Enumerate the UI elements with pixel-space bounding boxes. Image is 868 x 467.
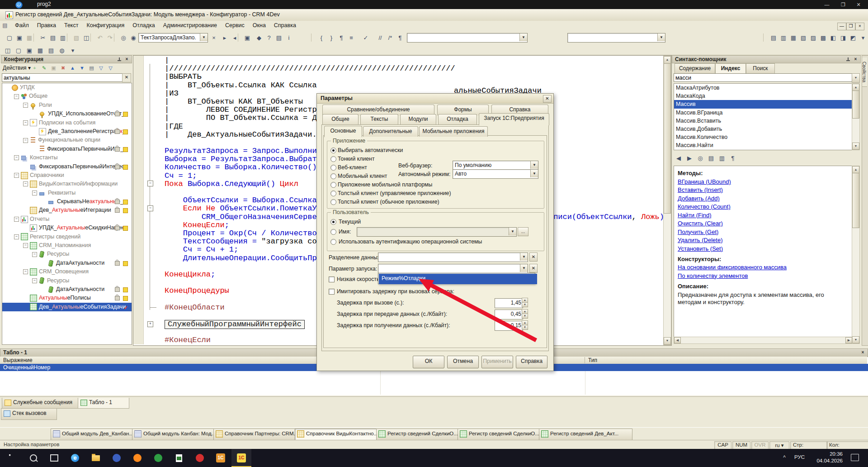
- tab-tablo[interactable]: Табло - 1: [78, 398, 129, 409]
- panel-2-icon[interactable]: ▥: [778, 33, 788, 43]
- print-icon[interactable]: ▥: [717, 154, 727, 162]
- onec-orange-icon[interactable]: 1С: [211, 449, 231, 467]
- actions-button[interactable]: Действия ▾: [3, 65, 31, 71]
- app-document-icon[interactable]: [169, 449, 189, 467]
- window-split-icon[interactable]: ◫: [3, 46, 13, 55]
- host-minimize-button[interactable]: —: [820, 1, 834, 8]
- properties-tab[interactable]: Свойства: [862, 57, 867, 87]
- checkbox-low-speed[interactable]: [329, 276, 335, 282]
- tree-item[interactable]: Дев_ЗаполнениеРегистраАк_: [2, 127, 132, 136]
- index-list-item[interactable]: МаскаКода: [674, 92, 852, 100]
- tree-item[interactable]: −Константы: [2, 153, 132, 162]
- contents-icon[interactable]: ▤: [706, 154, 716, 162]
- forward-icon[interactable]: ▶: [684, 154, 694, 162]
- panel-4-icon[interactable]: ▧: [798, 33, 808, 43]
- clock[interactable]: 20:36 04.04.2026: [816, 451, 843, 464]
- chevron-down-icon[interactable]: ▼: [520, 264, 528, 272]
- call-stack-tab[interactable]: Стек вызовов: [1, 408, 57, 420]
- tree-expander-icon[interactable]: −: [32, 191, 37, 195]
- menu-item-2[interactable]: Текст: [60, 21, 82, 31]
- tree-item[interactable]: УПДК: [2, 83, 132, 92]
- tree-item[interactable]: Дев_АктуальныеИтеграции: [2, 206, 132, 214]
- window-button-4[interactable]: Регистр сведений СделкиО...: [376, 429, 470, 441]
- radio-app-option-0[interactable]: [330, 148, 336, 153]
- new-document-icon[interactable]: ▢: [5, 33, 14, 43]
- syntax-tab-1[interactable]: Индекс: [715, 63, 746, 74]
- language-indicator[interactable]: ru ▾: [769, 441, 789, 449]
- check-module-icon[interactable]: ✓: [361, 33, 371, 43]
- paste-icon[interactable]: ▥: [58, 33, 68, 43]
- pin-icon[interactable]: [845, 57, 850, 62]
- method-link[interactable]: Количество (Count): [678, 203, 852, 210]
- file-explorer-icon[interactable]: [86, 449, 106, 467]
- search-dropdown-icon[interactable]: ▼: [852, 73, 860, 83]
- tab-launch-1c[interactable]: Запуск 1С:Предприятия: [479, 113, 549, 125]
- move-up-icon[interactable]: ▲: [69, 64, 76, 72]
- delay-value-2[interactable]: 0,15: [495, 321, 523, 331]
- context-combo[interactable]: ▼: [567, 33, 665, 43]
- delay-value-1[interactable]: 0,45: [495, 310, 523, 319]
- print-icon[interactable]: ▧: [71, 33, 81, 43]
- ok-button[interactable]: ОК: [413, 356, 444, 368]
- index-list-item[interactable]: Массив.Найти: [674, 141, 852, 149]
- constructor-link[interactable]: На основании фиксированного массива: [678, 264, 852, 271]
- window-button-0[interactable]: Общий модуль Дев_Канбан...: [51, 429, 144, 441]
- tree-item[interactable]: ФиксироватьПервичныйИнтерес: [2, 162, 132, 171]
- tree-expander-icon[interactable]: −: [14, 94, 19, 99]
- menu-item-6[interactable]: Сервис: [221, 21, 249, 31]
- uncomment-icon[interactable]: /*: [385, 33, 395, 43]
- spin-down-icon[interactable]: ▼: [522, 314, 528, 319]
- tree-item[interactable]: ДатаАктуальности: [2, 259, 132, 267]
- app-round-browser-icon[interactable]: [148, 449, 168, 467]
- menu-item-8[interactable]: Справка: [270, 21, 300, 31]
- find-history-combo[interactable]: ТектЗапросаДляЗапо.▼: [138, 33, 208, 43]
- tree-expander-icon[interactable]: −: [14, 234, 19, 239]
- tree-item[interactable]: −Подписки на события: [2, 119, 132, 127]
- goto-proc-icon[interactable]: {: [316, 33, 326, 43]
- more-icon[interactable]: ▾: [858, 33, 868, 43]
- list-icon[interactable]: ▤: [88, 64, 95, 72]
- tab-service-messages[interactable]: Служебные сообщения: [2, 398, 90, 409]
- method-link[interactable]: Удалить (Delete): [678, 237, 852, 243]
- dialog-titlebar[interactable]: Параметры: [317, 94, 553, 104]
- block-icon[interactable]: ≡: [346, 33, 356, 43]
- edit-icon[interactable]: ✎: [40, 64, 48, 72]
- method-link[interactable]: Установить (Set): [678, 245, 852, 252]
- clear-filter-icon[interactable]: ✕: [122, 73, 131, 82]
- tree-item[interactable]: −CRM_Напоминания: [2, 241, 132, 250]
- tree-item[interactable]: АктуальныеПолисы: [2, 294, 132, 302]
- tree-expander-icon[interactable]: −: [23, 269, 28, 274]
- panel-3-icon[interactable]: ▦: [788, 33, 798, 43]
- menu-item-1[interactable]: Правка: [33, 21, 60, 31]
- proc-list-icon[interactable]: ¶: [336, 33, 346, 43]
- notification-center-icon[interactable]: [851, 454, 859, 461]
- anchor-icon[interactable]: ¶: [728, 154, 738, 162]
- save-icon[interactable]: ▦: [24, 33, 34, 43]
- cut-icon[interactable]: ✂: [38, 33, 48, 43]
- column-type[interactable]: Тип: [585, 357, 868, 363]
- delay-spinner-2[interactable]: ▲▼: [522, 320, 528, 329]
- constructor-link[interactable]: По количеству элементов: [678, 272, 852, 279]
- tree-item[interactable]: СкрыватьНеактуальные_: [2, 197, 132, 206]
- chevron-down-icon[interactable]: ▼: [520, 253, 528, 261]
- panel-5-icon[interactable]: ▨: [808, 33, 818, 43]
- radio-app-option-2[interactable]: [330, 165, 336, 171]
- index-list-item[interactable]: Массив: [674, 100, 852, 108]
- add-icon[interactable]: +: [31, 64, 38, 72]
- find-next-icon[interactable]: ◉: [128, 33, 138, 43]
- find-icon[interactable]: ◎: [118, 33, 128, 43]
- fold-collapse-icon[interactable]: −: [147, 181, 153, 186]
- panel-7-icon[interactable]: ◧: [828, 33, 838, 43]
- tree-expander-icon[interactable]: −: [23, 181, 28, 186]
- index-list-item[interactable]: Массив.Вставить: [674, 117, 852, 125]
- copy-item-icon[interactable]: ▣: [50, 64, 57, 72]
- tab-modules[interactable]: Модули: [400, 114, 436, 125]
- goto-end-icon[interactable]: }: [326, 33, 336, 43]
- context-help-icon[interactable]: ?: [264, 33, 274, 43]
- task-view-icon[interactable]: [44, 449, 64, 467]
- app-red-circle-icon[interactable]: [190, 449, 210, 467]
- offline-mode-combo[interactable]: Авто ▼: [453, 169, 538, 179]
- dialog-close-button[interactable]: ✕: [543, 95, 552, 103]
- delete-icon[interactable]: ✖: [59, 64, 67, 72]
- app-orange-circle-icon[interactable]: [127, 449, 147, 467]
